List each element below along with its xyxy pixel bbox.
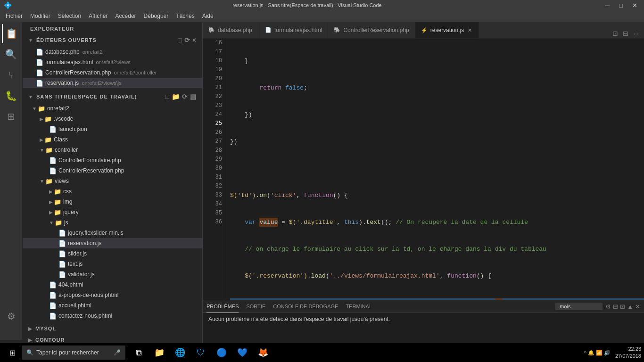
folder-icon-controller: 📁 <box>45 147 53 154</box>
panel-filter-input[interactable] <box>555 303 603 310</box>
filter-minimize-icon[interactable]: ⊟ <box>613 303 618 310</box>
sys-tray: ^ 🔔 📶 🔊 22:23 27/07/2018 <box>584 346 641 360</box>
panel-tab-sortie[interactable]: SORTIE <box>246 300 265 313</box>
tree-controller-res[interactable]: 📄 ControllerReservation.php <box>23 165 202 176</box>
menu-fichier[interactable]: Fichier <box>2 12 26 20</box>
filter-split-icon[interactable]: ⊡ <box>620 303 625 310</box>
menu-acceder[interactable]: Accéder <box>112 12 140 20</box>
line-numbers: 16 17 18 19 20 21 22 23 24 25 26 27 28 2… <box>203 39 226 300</box>
tab-database[interactable]: 🐘 database.php <box>203 22 259 38</box>
tree-class[interactable]: ▶ 📁 Class <box>23 134 202 145</box>
tree-css[interactable]: ▶ 📁 css <box>23 186 202 197</box>
tree-js[interactable]: ▼ 📁 js <box>23 217 202 228</box>
code-line-22: var value = $('.daytitle', this).text();… <box>230 218 644 227</box>
menu-afficher[interactable]: Afficher <box>85 12 111 20</box>
tree-launch-json[interactable]: 📄 launch.json <box>23 124 202 134</box>
tab-controller-icon: 🐘 <box>334 27 340 33</box>
menu-aide[interactable]: Aide <box>198 12 217 20</box>
taskbar-icon-edge[interactable]: 🌐 <box>171 343 190 362</box>
tree-validator-js[interactable]: 📄 validator.js <box>23 269 202 280</box>
layout-icon[interactable]: ⊟ <box>621 29 630 38</box>
menu-deboquer[interactable]: Déboguer <box>140 12 173 20</box>
open-editors-section[interactable]: ▼ ÉDITEURS OUVERTS □ ⟳ × <box>23 33 202 47</box>
minimize-button[interactable]: ─ <box>603 2 612 9</box>
filter-settings-icon[interactable]: ⚙ <box>605 303 611 310</box>
tree-apropos[interactable]: 📄 a-propos-de-nous.phtml <box>23 290 202 300</box>
open-file-controller-res[interactable]: 📄 ControllerReservation.php onrefait2\co… <box>23 67 202 78</box>
close-button[interactable]: ✕ <box>629 2 640 9</box>
filter-expand-icon[interactable]: ▲ <box>627 303 633 310</box>
start-button[interactable]: ⊞ <box>3 343 22 362</box>
activity-explorer[interactable]: 📋 <box>2 24 21 43</box>
open-file-formulaire[interactable]: 📄 formulaireajax.html onrefait2\views <box>23 57 202 67</box>
folder-icon-img: 📁 <box>54 198 61 206</box>
panel-filter: ⚙ ⊟ ⊡ ▲ ✕ <box>555 303 640 310</box>
code-line-19: }) <box>230 137 644 146</box>
refresh-ws-icon[interactable]: ⟳ <box>182 93 188 100</box>
taskbar-search[interactable]: 🔍 Taper ici pour rechercher 🎤 <box>22 346 125 360</box>
open-file-reservation[interactable]: 📄 reservation.js onrefait2\views\js <box>23 78 202 88</box>
collapse-ws-icon[interactable]: ▤ <box>190 93 197 100</box>
open-file-database[interactable]: 📄 database.php onrefait2 <box>23 47 202 57</box>
tree-controller-form[interactable]: 📄 ControllerFormulaire.php <box>23 155 202 165</box>
activity-search[interactable]: 🔍 <box>2 45 21 64</box>
taskbar-icon-chrome[interactable]: 🔵 <box>212 343 231 362</box>
code-editor[interactable]: 16 17 18 19 20 21 22 23 24 25 26 27 28 2… <box>203 39 644 300</box>
code-content: } return false; }) }) $('td').on('click'… <box>226 39 644 300</box>
mysql-section[interactable]: ▶ MYSQL <box>23 323 202 334</box>
tree-views[interactable]: ▼ 📁 views <box>23 176 202 186</box>
new-file-icon[interactable]: □ <box>178 36 182 44</box>
activity-debug[interactable]: 🐛 <box>2 86 21 105</box>
tree-img[interactable]: ▶ 📁 img <box>23 197 202 207</box>
more-actions-icon[interactable]: ··· <box>632 29 640 38</box>
activity-settings[interactable]: ⚙ <box>2 307 21 326</box>
new-folder-ws-icon[interactable]: 📁 <box>172 93 180 100</box>
panel-tab-problemes[interactable]: PROBLÈMES <box>206 300 239 313</box>
tab-reservation[interactable]: ⚡ reservation.js ✕ <box>415 22 479 38</box>
tree-onrefait2[interactable]: ▼ 📁 onrefait2 <box>23 103 202 114</box>
folder-icon-css: 📁 <box>54 188 61 195</box>
tab-right-actions: ⊡ ⊟ ··· <box>607 29 644 38</box>
filter-close-icon[interactable]: ✕ <box>635 303 640 310</box>
menu-modifier[interactable]: Modifier <box>26 12 54 20</box>
tree-controller[interactable]: ▼ 📁 controller <box>23 145 202 155</box>
refresh-icon[interactable]: ⟳ <box>184 36 190 44</box>
panel-tab-console[interactable]: CONSOLE DE DÉBOGAGE <box>273 300 338 313</box>
tray-icons: ^ 🔔 📶 🔊 <box>584 350 611 356</box>
taskbar-icon-firefox[interactable]: 🦊 <box>254 343 272 362</box>
tab-close-button[interactable]: ✕ <box>467 26 473 34</box>
taskbar-icon-shield[interactable]: 🛡 <box>191 343 210 362</box>
taskbar-icon-files[interactable]: 📁 <box>150 343 169 362</box>
taskbar-icon-taskview[interactable]: ⧉ <box>129 343 148 362</box>
menu-selection[interactable]: Sélection <box>54 12 85 20</box>
tab-formulaire[interactable]: 📄 formulaireajax.html <box>259 22 328 38</box>
tab-controller[interactable]: 🐘 ControllerReservation.php <box>328 22 415 38</box>
tab-formulaire-icon: 📄 <box>265 27 272 33</box>
taskbar-icon-vscode[interactable]: 💙 <box>233 343 252 362</box>
main-layout: 📋 🔍 ⑂ 🐛 ⊞ ⚙ Explorateur ▼ ÉDITEURS OUVER… <box>0 22 644 352</box>
activity-extensions[interactable]: ⊞ <box>2 107 21 126</box>
maximize-button[interactable]: □ <box>616 2 626 9</box>
tree-slider-js[interactable]: 📄 slider.js <box>23 248 202 259</box>
panel-tabs: PROBLÈMES SORTIE CONSOLE DE DÉBOGAGE TER… <box>203 300 644 313</box>
tree-contact[interactable]: 📄 contactez-nous.phtml <box>23 311 202 321</box>
tree-jquery[interactable]: ▶ 📁 jquery <box>23 207 202 217</box>
split-editor-icon[interactable]: ⊡ <box>611 29 619 38</box>
new-file-ws-icon[interactable]: □ <box>165 93 170 100</box>
clock[interactable]: 22:23 27/07/2018 <box>615 346 641 360</box>
activity-git[interactable]: ⑂ <box>2 66 21 84</box>
close-all-icon[interactable]: × <box>192 36 197 44</box>
tree-vscode[interactable]: ▶ 📁 .vscode <box>23 114 202 124</box>
tree-flexslider[interactable]: 📄 jquery.flexslider-min.js <box>23 228 202 238</box>
panel-tab-terminal[interactable]: TERMINAL <box>346 300 372 313</box>
tree-text-js[interactable]: 📄 text.js <box>23 259 202 269</box>
workspace-section[interactable]: ▼ SANS TITRE(ESPACE DE TRAVAIL) □ 📁 ⟳ ▤ <box>23 90 202 103</box>
tree-reservation-js[interactable]: 📄 reservation.js <box>23 238 202 248</box>
tree-accueil[interactable]: 📄 accueil.phtml <box>23 300 202 311</box>
folder-icon-onrefait2: 📁 <box>38 105 45 112</box>
file-icon-contact: 📄 <box>49 313 57 320</box>
tree-404[interactable]: 📄 404.phtml <box>23 280 202 290</box>
clock-time: 22:23 <box>615 346 641 353</box>
folder-icon-vscode: 📁 <box>44 115 52 123</box>
menu-taches[interactable]: Tâches <box>172 12 198 20</box>
